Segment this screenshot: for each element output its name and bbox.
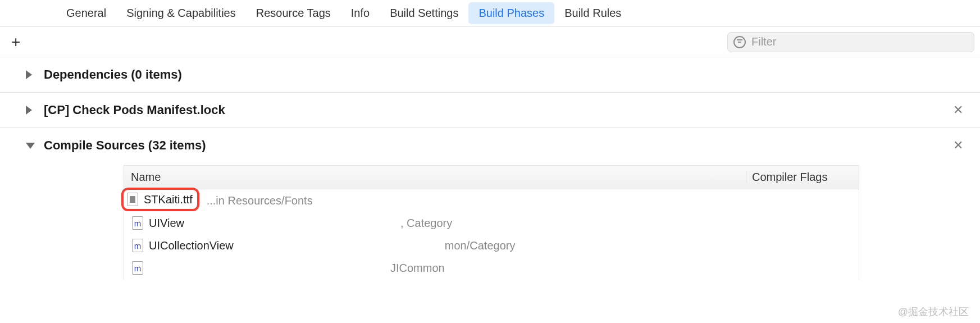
objc-file-icon — [132, 216, 143, 230]
disclosure-right-icon[interactable] — [26, 70, 32, 79]
remove-phase-button[interactable]: ✕ — [953, 103, 963, 117]
table-header: Name Compiler Flags — [124, 166, 859, 189]
filter-icon — [733, 36, 746, 48]
file-path: , Category — [400, 217, 452, 230]
tab-signing-capabilities[interactable]: Signing & Capabilities — [116, 2, 246, 24]
highlight-annotation: STKaiti.ttf — [121, 188, 199, 211]
toolbar: + — [0, 27, 980, 57]
objc-file-icon — [132, 261, 143, 275]
table-row[interactable]: JICommon — [124, 257, 859, 279]
watermark: @掘金技术社区 — [898, 305, 969, 319]
remove-phase-button[interactable]: ✕ — [953, 138, 963, 153]
tab-resource-tags[interactable]: Resource Tags — [246, 2, 341, 24]
file-path: mon/Category — [445, 239, 516, 252]
add-phase-button[interactable]: + — [8, 33, 24, 51]
file-name: STKaiti.ttf — [144, 193, 193, 206]
table-row[interactable]: STKaiti.ttf STKaiti.ttf ...in Resources/… — [124, 189, 859, 212]
compile-sources-table: Name Compiler Flags STKaiti.ttf STKaiti.… — [124, 165, 859, 279]
column-name[interactable]: Name — [124, 171, 746, 184]
phase-dependencies[interactable]: Dependencies (0 items) — [0, 57, 980, 93]
tab-general[interactable]: General — [56, 2, 116, 24]
table-row[interactable]: UIView , Category — [124, 212, 859, 234]
file-name: UIView — [149, 217, 184, 230]
font-file-icon — [127, 193, 138, 206]
file-path: ...in Resources/Fonts — [207, 194, 313, 207]
filter-input[interactable] — [751, 35, 968, 48]
disclosure-right-icon[interactable] — [26, 106, 32, 115]
file-path: JICommon — [390, 262, 445, 275]
tab-info[interactable]: Info — [341, 2, 380, 24]
column-compiler-flags[interactable]: Compiler Flags — [746, 171, 859, 184]
tab-build-phases[interactable]: Build Phases — [468, 2, 554, 24]
phase-title: [CP] Check Pods Manifest.lock — [44, 103, 225, 117]
phases-list: Dependencies (0 items) [CP] Check Pods M… — [0, 57, 980, 279]
tab-build-rules[interactable]: Build Rules — [554, 2, 631, 24]
objc-file-icon — [132, 239, 143, 252]
filter-box[interactable] — [727, 32, 974, 52]
disclosure-down-icon[interactable] — [26, 143, 35, 149]
tabs-bar: General Signing & Capabilities Resource … — [0, 0, 980, 27]
phase-check-pods[interactable]: [CP] Check Pods Manifest.lock ✕ — [0, 93, 980, 128]
table-row[interactable]: UICollectionView mon/Category — [124, 234, 859, 257]
phase-title: Dependencies (0 items) — [44, 67, 182, 82]
phase-compile-sources[interactable]: Compile Sources (32 items) ✕ — [0, 128, 980, 163]
phase-title: Compile Sources (32 items) — [44, 138, 206, 153]
tab-build-settings[interactable]: Build Settings — [380, 2, 468, 24]
file-name: UICollectionView — [149, 239, 234, 252]
